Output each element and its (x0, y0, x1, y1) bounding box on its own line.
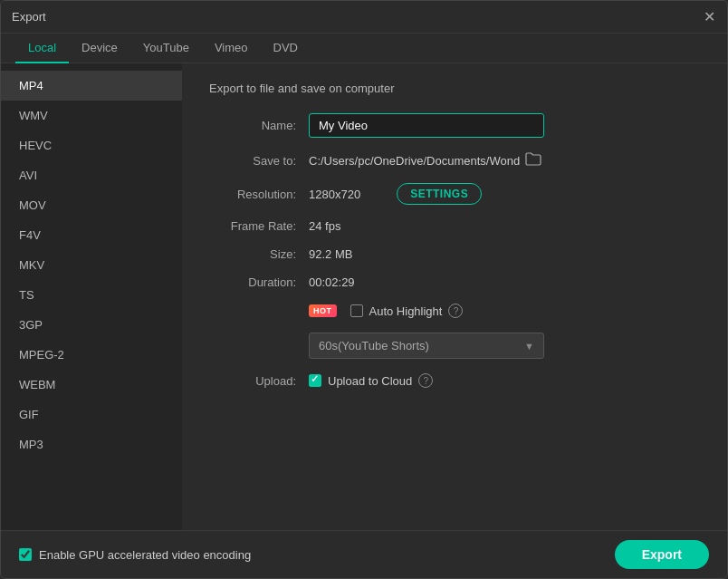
upload-to-cloud-label: Upload to Cloud (328, 374, 412, 388)
auto-highlight-container: HOT Auto Highlight ? (309, 304, 463, 318)
sidebar-item-mp3[interactable]: MP3 (1, 429, 182, 459)
sidebar-item-3gp[interactable]: 3GP (1, 310, 182, 340)
upload-help-icon[interactable]: ? (418, 373, 433, 388)
name-input[interactable] (309, 113, 544, 138)
auto-highlight-row: HOT Auto Highlight ? (209, 304, 700, 318)
sidebar-item-avi[interactable]: AVI (1, 160, 182, 190)
sidebar-item-hevc[interactable]: HEVC (1, 130, 182, 160)
sidebar-item-gif[interactable]: GIF (1, 400, 182, 429)
name-label: Name: (209, 119, 309, 132)
dropdown-value: 60s(YouTube Shorts) (319, 339, 429, 352)
upload-label: Upload: (209, 374, 309, 388)
main-content: MP4 WMV HEVC AVI MOV F4V MKV TS 3GP MPEG… (1, 63, 727, 530)
hot-badge: HOT (309, 304, 337, 317)
export-button[interactable]: Export (615, 540, 709, 569)
upload-to-cloud-checkbox[interactable] (309, 374, 321, 387)
settings-button[interactable]: SETTINGS (397, 183, 482, 205)
size-label: Size: (209, 247, 309, 261)
tab-dvd[interactable]: DVD (261, 34, 311, 63)
tab-bar: Local Device YouTube Vimeo DVD (1, 34, 727, 63)
resolution-row: Resolution: 1280x720 SETTINGS (209, 183, 700, 205)
frame-rate-row: Frame Rate: 24 fps (209, 219, 700, 233)
size-row: Size: 92.2 MB (209, 247, 700, 261)
tab-device[interactable]: Device (69, 34, 130, 63)
folder-icon[interactable] (525, 152, 541, 169)
gpu-checkbox[interactable] (19, 548, 32, 561)
youtube-shorts-dropdown[interactable]: 60s(YouTube Shorts) ▼ (309, 333, 544, 359)
chevron-down-icon: ▼ (524, 341, 534, 352)
duration-value: 00:02:29 (309, 275, 355, 289)
close-button[interactable]: ✕ (702, 10, 716, 24)
name-row: Name: (209, 113, 700, 138)
sidebar-item-mkv[interactable]: MKV (1, 250, 182, 280)
save-to-row: Save to: C:/Users/pc/OneDrive/Documents/… (209, 152, 700, 169)
save-to-container: C:/Users/pc/OneDrive/Documents/Wond (309, 152, 541, 169)
sidebar-item-webm[interactable]: WEBM (1, 370, 182, 400)
sidebar: MP4 WMV HEVC AVI MOV F4V MKV TS 3GP MPEG… (1, 63, 182, 530)
content-area: Export to file and save on computer Name… (182, 63, 727, 530)
duration-row: Duration: 00:02:29 (209, 275, 700, 289)
resolution-label: Resolution: (209, 188, 309, 201)
gpu-row: Enable GPU accelerated video encoding (19, 548, 251, 562)
upload-container: Upload to Cloud ? (309, 373, 433, 388)
tab-youtube[interactable]: YouTube (130, 34, 202, 63)
resolution-value: 1280x720 (309, 188, 360, 201)
content-header: Export to file and save on computer (209, 82, 700, 95)
frame-rate-label: Frame Rate: (209, 219, 309, 233)
frame-rate-value: 24 fps (309, 219, 340, 233)
auto-highlight-label: Auto Highlight (369, 304, 443, 318)
save-to-path: C:/Users/pc/OneDrive/Documents/Wond (309, 154, 520, 168)
tab-local[interactable]: Local (15, 34, 69, 63)
size-value: 92.2 MB (309, 247, 352, 261)
youtube-shorts-row: 60s(YouTube Shorts) ▼ (209, 333, 700, 359)
auto-highlight-help-icon[interactable]: ? (448, 304, 463, 318)
sidebar-item-ts[interactable]: TS (1, 280, 182, 310)
sidebar-item-mp4[interactable]: MP4 (1, 71, 182, 101)
tab-vimeo[interactable]: Vimeo (202, 34, 261, 63)
auto-highlight-checkbox[interactable] (350, 304, 363, 317)
gpu-label: Enable GPU accelerated video encoding (39, 548, 251, 562)
save-to-label: Save to: (209, 154, 309, 168)
title-bar: Export ✕ (1, 1, 727, 34)
sidebar-item-f4v[interactable]: F4V (1, 220, 182, 250)
window-title: Export (12, 10, 46, 24)
duration-label: Duration: (209, 275, 309, 289)
export-window: Export ✕ Local Device YouTube Vimeo DVD … (0, 0, 728, 579)
sidebar-item-mov[interactable]: MOV (1, 190, 182, 220)
bottom-bar: Enable GPU accelerated video encoding Ex… (1, 530, 727, 578)
upload-row: Upload: Upload to Cloud ? (209, 373, 700, 388)
sidebar-item-mpeg2[interactable]: MPEG-2 (1, 340, 182, 370)
sidebar-item-wmv[interactable]: WMV (1, 101, 182, 130)
